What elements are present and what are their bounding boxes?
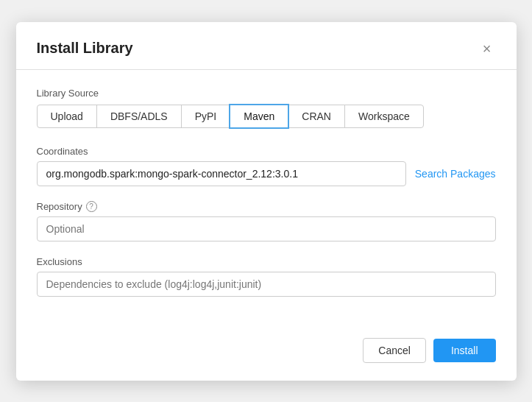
library-source-tabs: Upload DBFS/ADLS PyPI Maven CRAN Workspa… bbox=[37, 105, 496, 128]
coordinates-row: Search Packages bbox=[37, 161, 496, 186]
tab-maven[interactable]: Maven bbox=[230, 105, 288, 128]
library-source-section: Library Source Upload DBFS/ADLS PyPI Mav… bbox=[37, 88, 496, 128]
repository-help-icon[interactable]: ? bbox=[86, 201, 97, 212]
close-button[interactable]: × bbox=[478, 40, 496, 57]
library-source-label: Library Source bbox=[37, 88, 496, 99]
repository-section: Repository ? bbox=[37, 201, 496, 241]
dialog-title: Install Library bbox=[37, 40, 133, 57]
dialog-footer: Cancel Install bbox=[16, 326, 517, 381]
tab-pypi[interactable]: PyPI bbox=[181, 105, 231, 128]
repository-input[interactable] bbox=[37, 216, 496, 241]
install-library-dialog: Install Library × Library Source Upload … bbox=[16, 22, 517, 381]
dialog-body: Library Source Upload DBFS/ADLS PyPI Mav… bbox=[16, 70, 517, 326]
repository-label: Repository ? bbox=[37, 201, 496, 212]
tab-workspace[interactable]: Workspace bbox=[344, 105, 424, 128]
coordinates-input[interactable] bbox=[37, 161, 406, 186]
coordinates-label: Coordinates bbox=[37, 146, 496, 157]
exclusions-section: Exclusions bbox=[37, 256, 496, 297]
tab-dbfs[interactable]: DBFS/ADLS bbox=[96, 105, 182, 128]
tab-upload[interactable]: Upload bbox=[37, 105, 97, 128]
exclusions-label: Exclusions bbox=[37, 256, 496, 267]
exclusions-input[interactable] bbox=[37, 272, 496, 297]
coordinates-section: Coordinates Search Packages bbox=[37, 146, 496, 186]
tab-cran[interactable]: CRAN bbox=[288, 105, 345, 128]
search-packages-link[interactable]: Search Packages bbox=[415, 168, 496, 180]
install-button[interactable]: Install bbox=[433, 339, 496, 362]
cancel-button[interactable]: Cancel bbox=[363, 338, 426, 363]
dialog-header: Install Library × bbox=[16, 22, 517, 70]
